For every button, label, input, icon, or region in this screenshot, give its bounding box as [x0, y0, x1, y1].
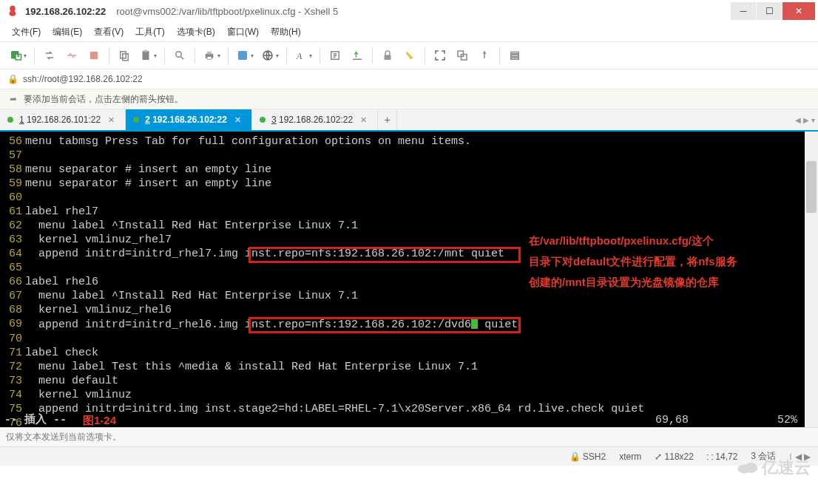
color-scheme-button[interactable]: ▾ [233, 45, 257, 66]
vim-mode: -- 插入 -- [0, 413, 67, 427]
window-path-title: root@vms002:/var/lib/tftpboot/pxelinux.c… [116, 6, 338, 17]
svg-text:A: A [296, 51, 302, 61]
tab-close-icon[interactable]: ✕ [360, 115, 367, 125]
copy-button[interactable] [114, 45, 135, 66]
session-tab-3[interactable]: 3 192.168.26.102:22 ✕ [252, 109, 378, 130]
highlight-box-2 [249, 317, 521, 333]
tab-nav-arrows[interactable]: ◀ ▶ ▾ [795, 109, 815, 130]
vim-position: 69,68 [655, 413, 689, 427]
address-bar: 🔒 ssh://root@192.168.26.102:22 [0, 69, 818, 89]
status-dot-icon [133, 117, 139, 123]
send-text-bar[interactable]: 仅将文本发送到当前选项卡。 [0, 427, 818, 446]
svg-rect-18 [511, 52, 519, 54]
session-tab-1[interactable]: 1 192.168.26.101:22 ✕ [0, 109, 126, 130]
fullscreen-button[interactable] [430, 45, 450, 66]
status-term: xterm [619, 452, 641, 462]
add-session-arrow-button[interactable]: ➦ [7, 93, 19, 105]
close-button[interactable]: ✕ [782, 2, 815, 20]
menu-help[interactable]: 帮助(H) [265, 24, 307, 41]
svg-rect-2 [90, 52, 98, 60]
vim-percent: 52% [777, 413, 797, 427]
svg-rect-5 [143, 51, 149, 60]
menu-tools[interactable]: 工具(T) [129, 24, 170, 41]
status-dot-icon [260, 117, 266, 123]
add-tab-button[interactable]: + [378, 109, 397, 130]
menu-window[interactable]: 窗口(W) [221, 24, 265, 41]
menu-file[interactable]: 文件(F) [6, 24, 47, 41]
tip-bar: ➦ 要添加当前会话，点击左侧的箭头按钮。 [0, 89, 818, 109]
menu-tabs[interactable]: 选项卡(B) [171, 24, 221, 41]
scrollbar-thumb[interactable] [806, 161, 817, 213]
paste-button[interactable]: ▾ [136, 45, 160, 66]
svg-rect-19 [511, 55, 519, 56]
status-bar: 🔒 SSH2 xterm ⤢ 118x22 ⸬ 14,72 3 会话 ⁞ ◀ ▶ [0, 446, 818, 466]
svg-rect-9 [207, 52, 212, 55]
svg-rect-6 [144, 50, 148, 52]
status-dot-icon [7, 117, 13, 123]
font-button[interactable]: A▾ [291, 45, 315, 66]
status-nav[interactable]: ⁞ ◀ ▶ [789, 452, 811, 462]
encoding-button[interactable]: ▾ [258, 45, 282, 66]
svg-point-21 [738, 465, 751, 474]
figure-label: 图1-24 [83, 413, 116, 427]
minimize-button[interactable]: ─ [731, 2, 756, 20]
highlight-box-1 [249, 247, 521, 263]
svg-point-7 [176, 52, 182, 58]
title-bar: 192.168.26.102:22 root@vms002:/var/lib/t… [0, 0, 818, 22]
toolbar: ▾ ▾ ▾ ▾ ▾ A▾ [0, 41, 818, 69]
tab-close-icon[interactable]: ✕ [108, 115, 115, 125]
status-cursor: ⸬ 14,72 [707, 452, 737, 462]
address-text[interactable]: ssh://root@192.168.26.102:22 [23, 74, 143, 84]
menu-bar: 文件(F) 编辑(E) 查看(V) 工具(T) 选项卡(B) 窗口(W) 帮助(… [0, 22, 818, 41]
lock-button[interactable] [377, 45, 398, 66]
tip-text: 要添加当前会话，点击左侧的箭头按钮。 [24, 93, 183, 106]
menu-edit[interactable]: 编辑(E) [47, 24, 88, 41]
print-button[interactable]: ▾ [200, 45, 223, 66]
menu-view[interactable]: 查看(V) [88, 24, 129, 41]
options-button[interactable] [504, 45, 525, 66]
properties-button[interactable] [84, 45, 104, 66]
tab-close-icon[interactable]: ✕ [234, 115, 241, 125]
ontop-button[interactable] [474, 45, 495, 66]
svg-rect-11 [238, 51, 247, 60]
lock-icon: 🔒 [7, 74, 18, 84]
find-button[interactable] [169, 45, 190, 66]
terminal-scrollbar[interactable] [805, 132, 818, 427]
vim-status-line: -- 插入 -- 图1-24 69,68 52% [0, 413, 805, 427]
status-protocol: 🔒 SSH2 [569, 452, 606, 462]
terminal[interactable]: 56menu tabmsg Press Tab for full configu… [0, 132, 818, 427]
svg-rect-15 [385, 55, 391, 60]
disconnect-button[interactable] [61, 45, 82, 66]
status-size: ⤢ 118x22 [655, 452, 694, 462]
transfer-button[interactable] [347, 45, 368, 66]
svg-rect-20 [511, 58, 519, 59]
new-session-button[interactable]: ▾ [6, 45, 30, 66]
session-tab-strip: 1 192.168.26.101:22 ✕ 2 192.168.26.102:2… [0, 109, 818, 132]
status-sessions: 3 会话 [751, 450, 776, 463]
app-icon [6, 4, 19, 18]
window-session-title: 192.168.26.102:22 [25, 6, 106, 17]
highlight-button[interactable] [399, 45, 420, 66]
transparency-button[interactable] [452, 45, 473, 66]
svg-rect-10 [207, 57, 212, 60]
maximize-button[interactable]: ☐ [757, 2, 782, 20]
session-tab-2[interactable]: 2 192.168.26.102:22 ✕ [126, 109, 252, 130]
macro-button[interactable] [325, 45, 345, 66]
reconnect-button[interactable] [39, 45, 60, 66]
